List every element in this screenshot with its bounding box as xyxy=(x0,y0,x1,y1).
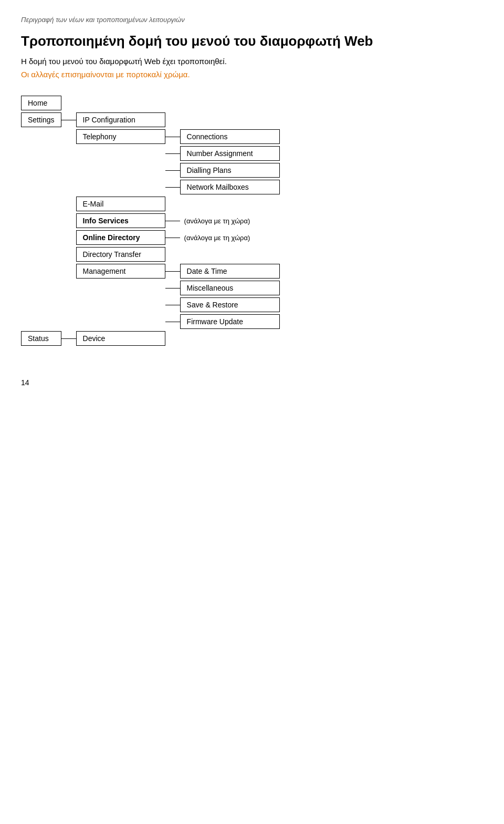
menu-firmware-update: Firmware Update xyxy=(180,314,280,329)
info-services-note: (ανάλογα με τη χώρα) xyxy=(180,214,280,228)
menu-diagram: Home Settings IP Configuration xyxy=(21,95,483,347)
menu-email: E-Mail xyxy=(76,197,165,211)
menu-telephony: Telephony xyxy=(76,129,165,144)
menu-directory-transfer: Directory Transfer xyxy=(76,247,165,262)
online-directory-note: (ανάλογα με τη χώρα) xyxy=(180,231,280,244)
menu-management: Management xyxy=(76,264,165,279)
main-title: Τροποποιημένη δομή του μενού του διαμορφ… xyxy=(21,33,483,49)
menu-status: Status xyxy=(21,331,61,346)
menu-home: Home xyxy=(21,96,61,110)
subtitle: Η δομή του μενού του διαμορφωτή Web έχει… xyxy=(21,57,483,66)
menu-settings: Settings xyxy=(21,112,61,127)
orange-note: Οι αλλαγές επισημαίνονται με πορτοκαλί χ… xyxy=(21,70,483,79)
menu-device: Device xyxy=(76,331,165,346)
page-number: 14 xyxy=(21,378,483,387)
menu-ip-configuration: IP Configuration xyxy=(76,112,165,127)
menu-info-services: Info Services xyxy=(76,213,165,228)
menu-number-assignment: Number Assignment xyxy=(180,146,280,161)
menu-network-mailboxes: Network Mailboxes xyxy=(180,180,280,194)
menu-dialling-plans: Dialling Plans xyxy=(180,163,280,178)
menu-connections: Connections xyxy=(180,129,280,144)
menu-online-directory: Online Directory xyxy=(76,230,165,245)
menu-date-time: Date & Time xyxy=(180,264,280,279)
page-header: Περιγραφή των νέων και τροποποιημένων λε… xyxy=(21,16,483,24)
menu-miscellaneous: Miscellaneous xyxy=(180,281,280,295)
menu-save-restore: Save & Restore xyxy=(180,297,280,312)
